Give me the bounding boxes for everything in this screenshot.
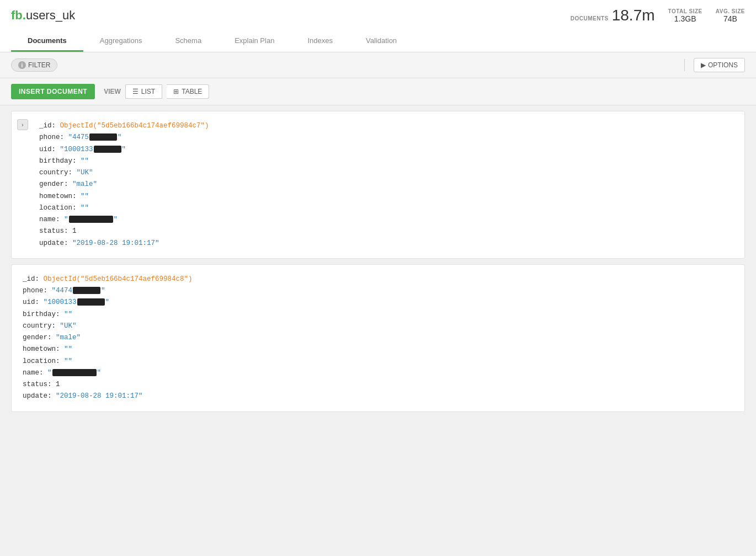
field-phone: phone: "4475" (39, 132, 736, 143)
tabs: Documents Aggregations Schema Explain Pl… (11, 31, 745, 52)
redacted-uid (77, 298, 105, 306)
field-country: country: "UK" (39, 167, 736, 179)
documents-area: › _id: ObjectId("5d5eb166b4c174aef69984c… (0, 105, 756, 423)
field-name: name: "" (39, 214, 736, 226)
redacted-name (52, 369, 97, 376)
document-card: _id: ObjectId("5d5eb166b4c174aef69984c8"… (11, 264, 745, 412)
field-hometown: hometown: "" (23, 344, 736, 355)
list-icon: ☰ (132, 88, 139, 95)
header-stats: DOCUMENTS 18.7m TOTAL SIZE 1.3GB AVG. SI… (571, 7, 745, 24)
documents-label: DOCUMENTS (571, 15, 609, 22)
toolbar: INSERT DOCUMENT VIEW ☰ LIST ⊞ TABLE (0, 78, 756, 105)
options-label: OPTIONS (708, 61, 738, 69)
tab-explain-plan[interactable]: Explain Plan (218, 31, 291, 52)
info-icon: i (18, 61, 26, 69)
field-gender: gender: "male" (23, 332, 736, 344)
document-content: _id: ObjectId("5d5eb166b4c174aef69984c8"… (23, 274, 736, 403)
collection-name: users_uk (26, 8, 75, 22)
filter-input[interactable] (63, 61, 675, 70)
tab-schema[interactable]: Schema (158, 31, 218, 52)
document-content: _id: ObjectId("5d5eb166b4c174aef69984c7"… (39, 120, 736, 249)
field-update: update: "2019-08-28 19:01:17" (23, 391, 736, 402)
field-id: _id: ObjectId("5d5eb166b4c174aef69984c7"… (39, 120, 736, 132)
filter-divider (684, 59, 685, 71)
table-label: TABLE (182, 88, 202, 95)
tab-validation[interactable]: Validation (349, 31, 413, 52)
tab-indexes[interactable]: Indexes (291, 31, 349, 52)
filter-bar: i FILTER ▶ OPTIONS (0, 52, 756, 78)
field-birthday: birthday: "" (39, 156, 736, 167)
list-view-button[interactable]: ☰ LIST (125, 84, 162, 99)
table-view-button[interactable]: ⊞ TABLE (167, 84, 209, 99)
document-card: › _id: ObjectId("5d5eb166b4c174aef69984c… (11, 111, 745, 259)
field-phone: phone: "4474" (23, 285, 736, 297)
filter-label: FILTER (28, 61, 50, 69)
tab-documents[interactable]: Documents (11, 31, 83, 52)
field-status: status: 1 (23, 379, 736, 391)
field-gender: gender: "male" (39, 179, 736, 190)
field-hometown: hometown: "" (39, 191, 736, 202)
view-label: VIEW (104, 88, 121, 95)
field-update: update: "2019-08-28 19:01:17" (39, 238, 736, 249)
field-location: location: "" (23, 356, 736, 367)
field-uid: uid: "1000133" (39, 144, 736, 156)
table-icon: ⊞ (173, 88, 179, 95)
field-uid: uid: "1000133" (23, 297, 736, 308)
avg-size-value: 74B (716, 14, 745, 23)
redacted-phone (89, 133, 117, 141)
options-button[interactable]: ▶ OPTIONS (694, 58, 745, 72)
field-name: name: "" (23, 367, 736, 379)
field-id: _id: ObjectId("5d5eb166b4c174aef69984c8"… (23, 274, 736, 285)
documents-stat: DOCUMENTS 18.7m (571, 7, 655, 24)
avg-size-stat: AVG. SIZE 74B (716, 8, 745, 23)
field-status: status: 1 (39, 226, 736, 237)
total-size-label: TOTAL SIZE (668, 8, 702, 14)
documents-value: 18.7m (612, 7, 655, 24)
insert-document-button[interactable]: INSERT DOCUMENT (11, 84, 95, 99)
total-size-value: 1.3GB (668, 14, 702, 23)
triangle-right-icon: ▶ (701, 61, 706, 69)
tab-aggregations[interactable]: Aggregations (83, 31, 159, 52)
field-birthday: birthday: "" (23, 309, 736, 320)
avg-size-label: AVG. SIZE (716, 8, 745, 14)
expand-icon: › (22, 122, 23, 128)
redacted-uid (94, 146, 121, 153)
redacted-name (69, 216, 113, 223)
total-size-stat: TOTAL SIZE 1.3GB (668, 8, 702, 23)
field-location: location: "" (39, 202, 736, 214)
filter-button[interactable]: i FILTER (11, 58, 57, 72)
field-country: country: "UK" (23, 320, 736, 332)
redacted-phone (73, 287, 100, 294)
collection-prefix: fb. (11, 8, 26, 22)
header: fb.users_uk DOCUMENTS 18.7m TOTAL SIZE 1… (0, 0, 756, 52)
collection-title: fb.users_uk (11, 8, 75, 23)
expand-button[interactable]: › (17, 119, 28, 130)
list-label: LIST (141, 88, 155, 95)
